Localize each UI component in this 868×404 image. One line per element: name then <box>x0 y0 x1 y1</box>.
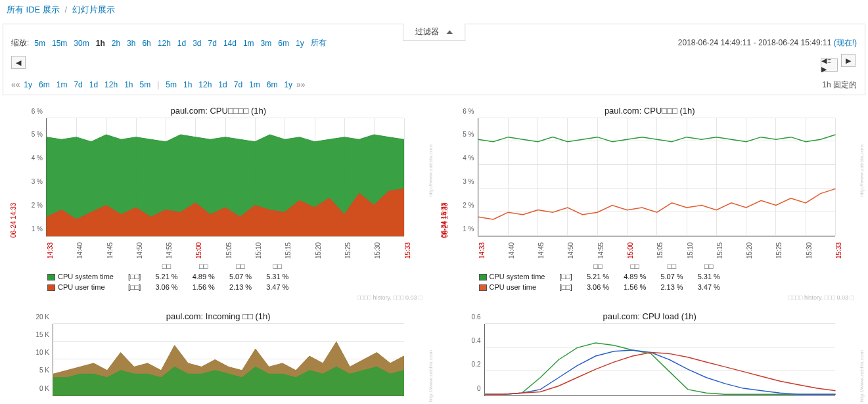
zoom-1y[interactable]: 1y <box>293 39 307 48</box>
zoom-5m[interactable]: 5m <box>32 39 48 48</box>
chart-cell-1: paul.com: CPU□□□ (1h)1 %2 %3 %4 %5 %6 %1… <box>434 101 866 306</box>
chart-plot-area: 1 %2 %3 %4 %5 %6 %14:3314:4014:4514:5014… <box>478 118 836 236</box>
y-tick-label: 0 <box>457 384 481 392</box>
filter-toggle-tab[interactable]: 过滤器 <box>403 24 465 41</box>
zoom-12h[interactable]: 12h <box>155 39 173 48</box>
side-label-start: 06-24 14:33 <box>10 202 17 237</box>
link-slideshow[interactable]: 幻灯片展示 <box>72 5 115 14</box>
separator: | <box>157 80 159 89</box>
filter-container: 过滤器 缩放: 5m15m30m1h2h3h6h12h1d3d7d14d1m3m… <box>3 24 865 95</box>
nav-range-button[interactable]: ◀ ::: ▶ <box>821 58 838 72</box>
x-tick-label: 15:20 <box>315 242 322 258</box>
zoom-1d[interactable]: 1d <box>175 39 189 48</box>
zoom-3h[interactable]: 3h <box>124 39 138 48</box>
nav-next-button[interactable]: ▶ <box>841 54 856 67</box>
zoom-1h[interactable]: 1h <box>93 39 108 48</box>
plot-svg <box>485 324 836 395</box>
x-tick-label: 14:33 <box>478 242 486 258</box>
shift-left-1m[interactable]: 1m <box>54 80 70 89</box>
shift-right-6m[interactable]: 6m <box>264 80 281 89</box>
x-tick-label: 15:20 <box>746 242 753 258</box>
chart-title: paul.com: CPU load (1h) <box>438 311 862 321</box>
nav-prev-button[interactable]: ◀ <box>11 56 26 69</box>
legend-row: CPU user time[□□]3.06 %1.56 %2.13 %3.47 … <box>41 282 295 292</box>
plot-svg <box>478 118 836 236</box>
x-tick-label: 14:55 <box>597 242 605 258</box>
top-view-links: 所有 IDE 展示 / 幻灯片展示 <box>0 0 868 20</box>
x-tick-label: 14:33 <box>47 242 54 258</box>
shift-left-1h[interactable]: 1h <box>122 80 135 89</box>
y-tick-label: 6 % <box>451 107 474 114</box>
shift-right-1h[interactable]: 1h <box>181 80 194 89</box>
x-tick-label: 15:10 <box>687 242 694 258</box>
history-text: □□□□ history. □□□ 0.03 □ <box>7 294 430 301</box>
gridline-v <box>835 118 836 236</box>
shift-left-12h[interactable]: 12h <box>102 80 120 89</box>
shift-right-1y[interactable]: 1y <box>281 80 295 89</box>
y-tick-label: 20 K <box>26 313 49 320</box>
zoom-6m[interactable]: 6m <box>275 39 292 48</box>
link-now[interactable]: (现在!) <box>834 38 857 47</box>
x-tick-label: 15:10 <box>255 242 262 258</box>
zoom-2h[interactable]: 2h <box>109 39 123 48</box>
x-tick-label: 14:50 <box>567 242 574 258</box>
shift-left-more: «« <box>11 80 20 89</box>
zoom-label: 缩放: <box>11 37 29 49</box>
shift-right-1d[interactable]: 1d <box>216 80 229 89</box>
zoom-15m[interactable]: 15m <box>49 39 70 48</box>
link-all-ide[interactable]: 所有 IDE 展示 <box>7 5 60 14</box>
y-tick-label: 10 K <box>26 349 49 356</box>
chevron-up-icon <box>446 30 453 34</box>
chart-title: paul.com: CPU□□□ (1h) <box>438 106 862 116</box>
shift-right-12h[interactable]: 12h <box>196 80 214 89</box>
x-tick-label: 15:00 <box>627 242 634 258</box>
time-from: 2018-06-24 14:49:11 <box>678 38 751 47</box>
zoom-3m[interactable]: 3m <box>258 39 275 48</box>
y-tick-label: 1 % <box>451 225 474 232</box>
zoom-所有[interactable]: 所有 <box>308 37 329 49</box>
x-tick-label: 15:25 <box>344 242 352 258</box>
zoom-7d[interactable]: 7d <box>206 39 219 48</box>
x-tick-label: 15:30 <box>374 242 381 258</box>
zoom-3d[interactable]: 3d <box>190 39 204 48</box>
shift-right-1m[interactable]: 1m <box>246 80 263 89</box>
plot-svg <box>53 324 404 395</box>
x-tick-label: 14:50 <box>136 242 143 258</box>
y-tick-label: 5 % <box>19 131 43 138</box>
nav-shift-links: «« 1y6m1m7d1d12h1h5m|5m1h12h1d7d1m6m1y »… <box>3 78 865 95</box>
zoom-14d[interactable]: 14d <box>221 39 239 48</box>
plot-svg <box>47 118 404 236</box>
x-tick-label: 15:30 <box>806 242 813 258</box>
y-tick-label: 15 K <box>26 330 49 338</box>
shift-right-more: »» <box>296 80 305 89</box>
zoom-30m[interactable]: 30m <box>71 39 91 48</box>
shift-right-7d[interactable]: 7d <box>231 80 245 89</box>
x-tick-label: 15:15 <box>716 242 723 258</box>
y-tick-label: 1 % <box>19 225 43 232</box>
x-tick-label: 15:25 <box>775 242 783 258</box>
legend-row: CPU user time[□□]3.06 %1.56 %2.13 %3.47 … <box>472 282 727 292</box>
zoom-6h[interactable]: 6h <box>139 39 153 48</box>
chart-plot-area: 00.20.40.6http://www.zabbix.com <box>484 324 836 396</box>
nav-buttons-row: ◀ ◀ ::: ▶ ▶ <box>3 51 865 78</box>
y-tick-label: 5 % <box>451 131 474 138</box>
shift-left-6m[interactable]: 6m <box>36 80 53 89</box>
shift-left-1y[interactable]: 1y <box>21 80 35 89</box>
shift-right-5m[interactable]: 5m <box>163 80 179 89</box>
y-tick-label: 4 % <box>19 154 43 162</box>
filter-label: 过滤器 <box>415 27 439 36</box>
x-tick-label: 15:33 <box>404 242 411 258</box>
x-tick-label: 14:45 <box>537 242 545 258</box>
chart-plot-area: 1 %2 %3 %4 %5 %6 %14:3314:4014:4514:5014… <box>46 118 404 236</box>
watermark: http://www.zabbix.com <box>428 350 434 403</box>
legend-table: □□□□□□□□CPU system time[□□]5.21 %4.89 %5… <box>39 260 296 293</box>
zoom-1m[interactable]: 1m <box>240 39 257 48</box>
shift-left-7d[interactable]: 7d <box>71 80 85 89</box>
x-tick-label: 15:15 <box>285 242 292 258</box>
shift-left-1d[interactable]: 1d <box>87 80 101 89</box>
chart-cell-2: paul.com: Incoming □□ (1h)0 K5 K10 K15 K… <box>3 306 434 401</box>
y-tick-label: 0.4 <box>457 337 481 344</box>
shift-left-5m[interactable]: 5m <box>137 80 154 89</box>
y-tick-label: 3 % <box>19 177 43 185</box>
time-to: 2018-06-24 15:49:11 <box>758 38 831 47</box>
